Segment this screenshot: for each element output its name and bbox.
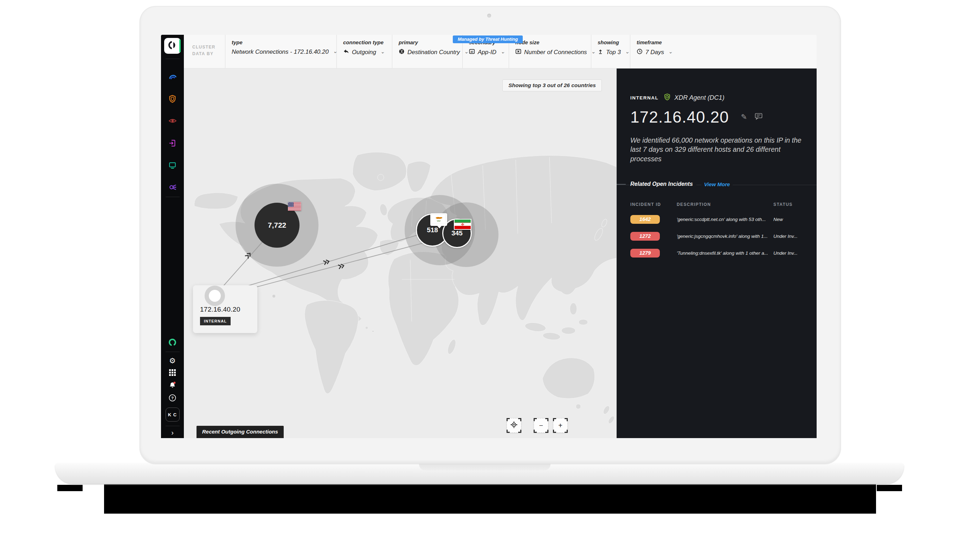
chevron-down-icon: ⌄ bbox=[625, 48, 629, 55]
gear-icon: ⚙ bbox=[169, 357, 176, 364]
network-share-icon bbox=[168, 183, 177, 192]
filter-label: showing bbox=[597, 39, 630, 45]
crosshair-icon bbox=[510, 421, 518, 430]
sidebar-item-protection[interactable] bbox=[168, 94, 177, 103]
svg-text:?: ? bbox=[171, 396, 174, 400]
minus-icon: − bbox=[539, 422, 543, 430]
clock-icon bbox=[637, 48, 643, 56]
center-map-button[interactable] bbox=[507, 418, 521, 433]
svg-text:ID: ID bbox=[471, 50, 473, 53]
column-header-incident-id: INCIDENT ID bbox=[630, 202, 677, 207]
x-box-icon bbox=[515, 48, 521, 56]
laptop-shadow bbox=[877, 485, 902, 491]
filter-primary[interactable]: primary Destination Country ⌄ bbox=[392, 35, 462, 68]
laptop-base bbox=[55, 463, 904, 484]
column-header-description: DESCRIPTION bbox=[677, 202, 773, 207]
plus-icon: + bbox=[558, 422, 562, 430]
id-box-icon: ID bbox=[469, 48, 475, 56]
filter-label: connection type bbox=[343, 39, 392, 45]
iran-flag-icon bbox=[454, 219, 472, 230]
cyprus-flag-icon bbox=[430, 213, 447, 228]
internal-badge: INTERNAL bbox=[200, 317, 231, 325]
incident-row[interactable]: 1642 'generic:sccdptt.net.cn' along with… bbox=[630, 215, 806, 224]
sidebar-item-endpoints[interactable] bbox=[168, 161, 177, 170]
source-node-tooltip: 172.16.40.20 INTERNAL bbox=[193, 285, 257, 333]
globe-icon bbox=[399, 48, 405, 56]
sidebar-item-reports[interactable] bbox=[168, 138, 177, 148]
us-flag-icon bbox=[288, 202, 301, 211]
sidebar-item-analytics[interactable] bbox=[168, 72, 177, 81]
notifications-button[interactable] bbox=[168, 382, 177, 390]
settings-button[interactable]: ⚙ bbox=[168, 356, 177, 365]
sidebar: ⚙ bbox=[161, 35, 184, 438]
incident-description: 'generic:jsgcngqcmhovk.info' along with … bbox=[677, 234, 773, 239]
zoom-out-button[interactable]: − bbox=[534, 418, 548, 433]
chevron-down-icon: ⌄ bbox=[464, 48, 468, 55]
incident-id-badge[interactable]: 1272 bbox=[630, 232, 660, 241]
divider bbox=[166, 352, 180, 352]
filter-value: Top 3 bbox=[606, 49, 621, 56]
bell-icon bbox=[168, 381, 177, 391]
source-node[interactable] bbox=[205, 286, 225, 306]
zoom-in-button[interactable]: + bbox=[553, 418, 568, 433]
edit-pencil-icon[interactable]: ✎ bbox=[741, 113, 747, 121]
cluster-data-by-label: CLUSTER DATA BY bbox=[184, 35, 225, 68]
help-button[interactable]: ? bbox=[168, 394, 177, 402]
user-avatar[interactable]: K C bbox=[166, 407, 180, 422]
filter-timeframe[interactable]: timeframe 7 Days ⌄ bbox=[630, 35, 683, 68]
comment-icon[interactable] bbox=[755, 113, 763, 122]
filter-connection-type[interactable]: connection type Outgoing ⌄ bbox=[336, 35, 392, 68]
sidebar-item-home[interactable] bbox=[164, 38, 181, 54]
connection-lines bbox=[184, 68, 616, 438]
sidebar-item-brand[interactable] bbox=[168, 337, 177, 347]
green-shield-icon bbox=[663, 93, 671, 103]
incident-row[interactable]: 1279 'Tunneling:dnsexfil.tk' along with … bbox=[630, 249, 806, 258]
apps-button[interactable] bbox=[168, 369, 177, 377]
outgoing-arrow-icon bbox=[343, 48, 349, 56]
view-more-link[interactable]: View More bbox=[701, 181, 733, 187]
incident-description: 'Tunneling:dnsexfil.tk' along with 1 oth… bbox=[677, 250, 773, 256]
incidents-title: Related Open Incidents bbox=[630, 181, 696, 187]
incident-row[interactable]: 1272 'generic:jsgcngqcmhovk.info' along … bbox=[630, 232, 806, 241]
question-icon: ? bbox=[168, 394, 177, 403]
filter-label: type bbox=[232, 39, 336, 45]
shield-icon bbox=[168, 94, 177, 103]
arrow-up-bar-icon bbox=[597, 48, 603, 56]
managed-by-badge: Managed by Threat Hunting bbox=[453, 35, 523, 43]
filter-type[interactable]: type Network Connections - 172.16.40.20 … bbox=[225, 35, 336, 68]
chevron-down-icon: ⌄ bbox=[381, 48, 385, 55]
sidebar-expand-button[interactable]: › bbox=[171, 429, 174, 436]
internal-label: INTERNAL bbox=[630, 95, 658, 100]
arrow-chevron-icon bbox=[323, 259, 330, 265]
divider bbox=[166, 426, 180, 426]
divider bbox=[166, 197, 180, 197]
incident-id-badge[interactable]: 1642 bbox=[630, 215, 660, 224]
panel-ip: 172.16.40.20 bbox=[630, 108, 729, 126]
eye-icon bbox=[168, 116, 177, 126]
sidebar-item-threat-visibility[interactable] bbox=[168, 116, 177, 126]
column-header-status: STATUS bbox=[773, 202, 806, 207]
filter-label: node size bbox=[515, 39, 591, 45]
monitor-icon bbox=[168, 161, 177, 170]
incident-status: New bbox=[773, 217, 806, 222]
filter-showing[interactable]: showing Top 3 ⌄ bbox=[591, 35, 630, 68]
filter-label: timeframe bbox=[637, 39, 683, 45]
map-note: Showing top 3 out of 26 countries bbox=[502, 80, 602, 91]
laptop-base-notch bbox=[419, 463, 551, 471]
world-map-canvas[interactable]: 172.16.40.20 INTERNAL 7,722 518 345 bbox=[184, 68, 616, 438]
filter-value: Number of Connections bbox=[524, 49, 587, 56]
incidents-table: INCIDENT ID DESCRIPTION STATUS 1642 'gen… bbox=[630, 202, 806, 258]
filter-value: Network Connections - 172.16.40.20 bbox=[232, 48, 329, 56]
incident-status: Under Inv... bbox=[773, 250, 806, 256]
main-column: Managed by Threat Hunting CLUSTER DATA B… bbox=[184, 35, 817, 438]
panel-summary: We identified 66,000 network operations … bbox=[630, 135, 803, 163]
sidebar-item-network-graph[interactable] bbox=[168, 183, 177, 192]
filter-value: Destination Country bbox=[408, 49, 460, 56]
filter-value: App-ID bbox=[478, 49, 496, 56]
map-controls: − + bbox=[507, 418, 568, 433]
source-node-dot bbox=[209, 290, 221, 302]
active-indicator bbox=[179, 39, 181, 52]
recent-connections-panel[interactable]: Recent Outgoing Connections bbox=[196, 426, 284, 438]
incident-id-badge[interactable]: 1279 bbox=[630, 249, 660, 258]
chevron-down-icon: ⌄ bbox=[500, 48, 505, 55]
